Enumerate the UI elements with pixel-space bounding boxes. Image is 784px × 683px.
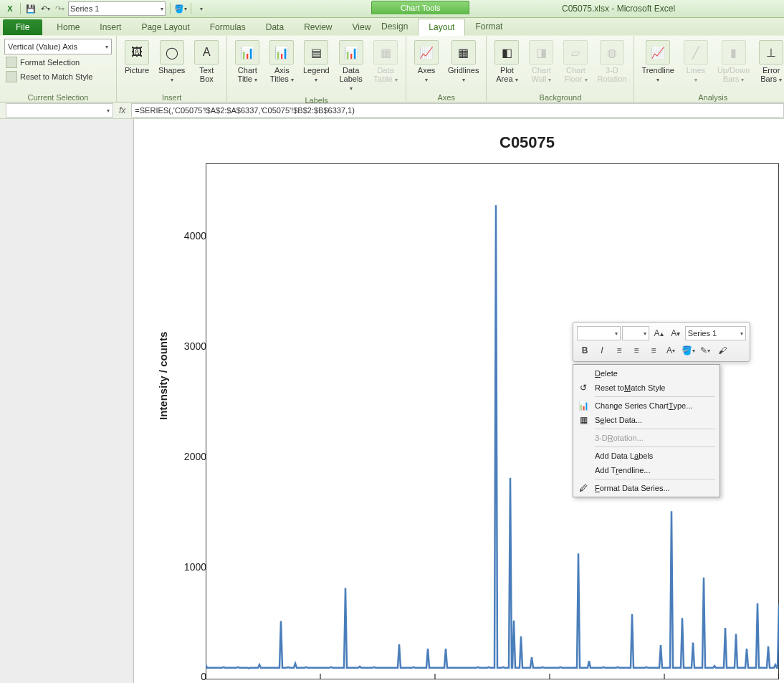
customize-qat-icon[interactable]: ▾ xyxy=(196,3,207,14)
data-labels-button[interactable]: 📊Data Labels ▾ xyxy=(335,39,367,95)
qat-separator xyxy=(20,3,21,14)
align-center-icon[interactable]: ≡ xyxy=(628,343,644,358)
redo-icon[interactable]: ↷▾ xyxy=(54,3,65,14)
updown-bars-button: ▮Up/Down Bars ▾ xyxy=(714,39,752,86)
data-table-icon: ▦ xyxy=(373,40,398,65)
worksheet-area: C05075 Intensity / counts 0 1000 2000 30… xyxy=(0,119,784,683)
context-menu-separator xyxy=(595,479,715,479)
tab-review[interactable]: Review xyxy=(294,19,342,35)
mini-series-dropdown[interactable]: Series 1▾ xyxy=(685,326,746,340)
bold-icon[interactable]: B xyxy=(577,343,593,358)
chevron-down-icon: ▾ xyxy=(107,108,110,114)
tab-design[interactable]: Design xyxy=(371,19,418,35)
context-menu-item-icon xyxy=(578,432,589,444)
mini-format-toolbar: ▾ ▾ A▴ A▾ Series 1▾ B I ≡ ≡ ≡ A▾ 🪣▾ ✎▾ 🖌 xyxy=(573,322,750,362)
shapes-icon: ◯ xyxy=(160,40,184,65)
ribbon-group-label: Analysis xyxy=(639,92,784,102)
data-table-button: ▦Data Table ▾ xyxy=(370,39,401,86)
rotation-3d-button: ◍3-D Rotation xyxy=(594,39,629,85)
fill-color-icon[interactable]: 🪣▾ xyxy=(680,343,696,358)
context-menu-item[interactable]: 📊Change Series Chart Type... xyxy=(575,398,718,413)
textbox-button[interactable]: AText Box xyxy=(191,39,222,85)
context-menu-item[interactable]: Add Trendline... xyxy=(575,463,718,477)
formula-text: =SERIES(,'C05075'!$A$2:$A$6337,'C05075'!… xyxy=(135,106,355,115)
chart-floor-icon: ▱ xyxy=(563,40,588,65)
chart-title-button[interactable]: 📊Chart Title ▾ xyxy=(231,39,263,86)
lines-button: ╱Lines▾ xyxy=(680,39,712,86)
undo-icon[interactable]: ↶▾ xyxy=(39,3,51,14)
context-menu-item[interactable]: Add Data Labels xyxy=(575,449,718,463)
legend-icon: ▤ xyxy=(304,40,328,65)
document-title: C05075.xlsx - Microsoft Excel xyxy=(559,1,678,16)
axes-button[interactable]: 📈Axes▾ xyxy=(411,39,442,86)
ribbon-group-current-selection: Vertical (Value) Axis ▾ Format Selection… xyxy=(0,36,117,102)
gridlines-button[interactable]: ▦Gridlines▾ xyxy=(445,39,482,86)
reset-to-match-style-button[interactable]: Reset to Match Style xyxy=(4,70,95,83)
align-right-icon[interactable]: ≡ xyxy=(646,343,661,358)
axis-titles-button[interactable]: 📊Axis Titles ▾ xyxy=(266,39,297,86)
insert-function-icon[interactable]: fx xyxy=(119,105,125,115)
mini-font-size-dropdown[interactable]: ▾ xyxy=(622,326,649,340)
excel-icon: X xyxy=(4,3,16,14)
ribbon-group-label: Axes xyxy=(411,92,482,102)
tab-home[interactable]: Home xyxy=(47,19,90,35)
name-box[interactable]: ▾ xyxy=(6,103,113,118)
gridlines-icon: ▦ xyxy=(451,40,476,65)
mini-font-name-dropdown[interactable]: ▾ xyxy=(577,326,621,340)
plot-area-button[interactable]: ◧Plot Area ▾ xyxy=(491,39,522,86)
tab-layout[interactable]: Layout xyxy=(418,19,465,36)
shapes-button[interactable]: ◯Shapes▾ xyxy=(156,39,188,86)
reset-style-icon xyxy=(6,71,17,82)
fill-color-icon[interactable]: 🪣▾ xyxy=(175,3,186,14)
context-menu-item[interactable]: ▦Select Data... xyxy=(575,413,718,427)
legend-button[interactable]: ▤Legend▾ xyxy=(300,39,332,86)
y-tick-label: 2000 xyxy=(172,451,206,462)
ribbon-group-axes: 📈Axes▾ ▦Gridlines▾ Axes xyxy=(406,36,487,102)
context-menu-item[interactable]: 🖉Format Data Series... xyxy=(575,481,718,495)
textbox-icon: A xyxy=(194,40,219,65)
format-painter-icon[interactable]: 🖌 xyxy=(714,343,730,358)
grow-font-icon[interactable]: A▴ xyxy=(651,325,666,341)
chart-element-selector-value: Vertical (Value) Axis xyxy=(8,42,77,51)
tab-file[interactable]: File xyxy=(3,19,42,35)
ribbon-group-label: Current Selection xyxy=(4,92,112,102)
context-menu-item[interactable]: Delete xyxy=(575,366,718,381)
chart-element-selector[interactable]: Vertical (Value) Axis ▾ xyxy=(4,39,112,54)
tab-insert[interactable]: Insert xyxy=(90,19,131,35)
ribbon: Vertical (Value) Axis ▾ Format Selection… xyxy=(0,36,784,102)
ribbon-group-insert: 🖼Picture ◯Shapes▾ AText Box Insert xyxy=(117,36,227,102)
qat-separator xyxy=(191,3,191,14)
italic-icon[interactable]: I xyxy=(594,343,610,358)
tab-format[interactable]: Format xyxy=(465,19,512,35)
formula-input[interactable]: =SERIES(,'C05075'!$A$2:$A$6337,'C05075'!… xyxy=(131,103,784,118)
align-left-icon[interactable]: ≡ xyxy=(611,343,627,358)
qat-selector-dropdown[interactable]: Series 1 ▾ xyxy=(68,1,166,16)
ribbon-group-label: Labels xyxy=(231,95,401,105)
tab-data[interactable]: Data xyxy=(256,19,294,35)
tab-page-layout[interactable]: Page Layout xyxy=(131,19,199,35)
chart-canvas[interactable]: C05075 Intensity / counts 0 1000 2000 30… xyxy=(134,119,784,683)
y-axis-label[interactable]: Intensity / counts xyxy=(157,332,169,420)
picture-button[interactable]: 🖼Picture xyxy=(121,39,153,76)
chevron-down-icon: ▾ xyxy=(161,6,163,12)
data-labels-icon: 📊 xyxy=(339,40,363,65)
context-menu-separator xyxy=(595,429,715,429)
chart-floor-button: ▱Chart Floor ▾ xyxy=(560,39,591,86)
format-selection-button[interactable]: Format Selection xyxy=(4,56,81,69)
ribbon-tabbar: Chart Tools C05075.xlsx - Microsoft Exce… xyxy=(0,18,784,36)
outline-color-icon[interactable]: ✎▾ xyxy=(697,343,713,358)
error-bars-icon: ⊥ xyxy=(759,40,783,65)
ribbon-group-background: ◧Plot Area ▾ ◨Chart Wall ▾ ▱Chart Floor … xyxy=(487,36,634,102)
save-icon[interactable]: 💾 xyxy=(25,3,37,14)
chart-title[interactable]: C05075 xyxy=(499,133,555,152)
format-selection-label: Format Selection xyxy=(20,58,80,67)
context-menu-item[interactable]: ↺Reset to Match Style xyxy=(575,381,718,395)
context-menu-item-icon: 📊 xyxy=(578,400,589,411)
tab-formulas[interactable]: Formulas xyxy=(200,19,256,35)
reset-style-label: Reset to Match Style xyxy=(20,72,93,81)
error-bars-button[interactable]: ⊥Error Bars ▾ xyxy=(755,39,784,86)
font-color-icon[interactable]: A▾ xyxy=(663,343,679,358)
ribbon-group-label: Insert xyxy=(121,92,222,102)
shrink-font-icon[interactable]: A▾ xyxy=(668,325,684,341)
trendline-button[interactable]: 📈Trendline▾ xyxy=(639,39,677,86)
